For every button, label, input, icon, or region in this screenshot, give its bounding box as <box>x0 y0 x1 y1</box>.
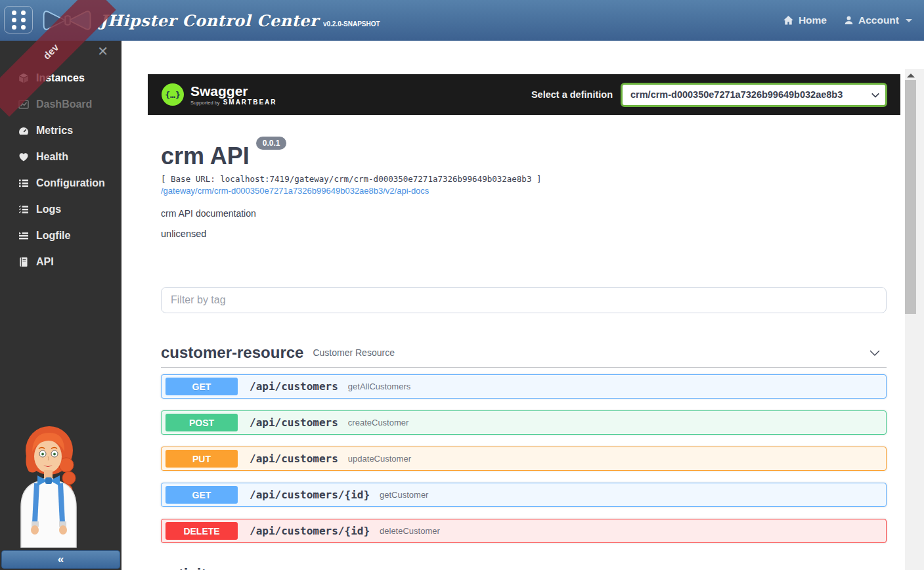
vertical-scrollbar <box>905 69 924 570</box>
svg-text:{…}: {…} <box>165 90 180 100</box>
cube-icon <box>18 73 30 83</box>
nav-home[interactable]: Home <box>783 14 827 26</box>
tag-section-customer-resource[interactable]: customer-resource Customer Resource <box>161 338 887 368</box>
api-license: unlicensed <box>161 229 206 239</box>
operation-get-all-customers[interactable]: GET /api/customers getAllCustomers <box>161 374 887 399</box>
sidebar-item-health[interactable]: Health <box>0 144 121 170</box>
sidebar: ✕ Instances DashBoard Metrics <box>0 41 121 570</box>
filter-by-tag-input[interactable] <box>161 287 887 313</box>
method-badge: DELETE <box>165 522 238 540</box>
operation-get-customer[interactable]: GET /api/customers/{id} getCustomer <box>161 483 887 507</box>
sidebar-item-dashboard: DashBoard <box>0 91 121 118</box>
jhipster-mascot <box>8 423 93 548</box>
swagger-topbar: {…} Swagger Supported by SMARTBEAR Selec… <box>148 74 900 115</box>
stream-icon <box>18 230 30 241</box>
caret-down-icon <box>906 19 912 22</box>
select-definition-label: Select a definition <box>531 89 613 100</box>
operation-delete-customer[interactable]: DELETE /api/customers/{id} deleteCustome… <box>161 519 887 543</box>
tag-description: Customer Resource <box>313 347 395 358</box>
operation-name: updateCustomer <box>348 454 411 464</box>
operation-create-customer[interactable]: POST /api/customers createCustomer <box>161 410 887 435</box>
operation-path: /api/customers <box>250 380 338 393</box>
brand: JHipster Control Center v0.2.0-SNAPSHOT <box>41 0 380 41</box>
smartbear-logo: SMARTBEAR <box>223 99 277 106</box>
operation-name: getCustomer <box>380 490 428 500</box>
operation-name: deleteCustomer <box>380 526 440 536</box>
sidebar-item-logs[interactable]: Logs <box>0 196 121 223</box>
list-icon <box>18 178 30 188</box>
sidebar-close-icon[interactable]: ✕ <box>97 45 108 58</box>
jhipster-bowtie-logo <box>41 5 95 35</box>
app-root: JHipster Control Center v0.2.0-SNAPSHOT … <box>0 0 924 570</box>
scrollbar-thumb[interactable] <box>905 80 916 314</box>
operation-path: /api/customers/{id} <box>250 525 370 537</box>
sidebar-item-logfile[interactable]: Logfile <box>0 223 121 249</box>
tasks-icon <box>18 204 30 215</box>
heart-icon <box>18 152 30 162</box>
method-badge: GET <box>165 378 238 395</box>
chart-line-icon <box>18 99 30 110</box>
operation-name: getAllCustomers <box>348 382 410 391</box>
tag-title: customer-resource <box>161 343 303 362</box>
grip-icon <box>12 11 26 30</box>
tachometer-icon <box>18 125 30 136</box>
sidebar-item-configuration[interactable]: Configuration <box>0 170 121 196</box>
app-title: JHipster Control Center <box>100 11 319 30</box>
nav-account-menu[interactable]: Account <box>844 14 912 26</box>
sidebar-collapse-button[interactable]: « <box>1 550 120 569</box>
operation-path: /api/customers <box>250 416 338 429</box>
collapse-chevrons-icon: « <box>58 553 64 566</box>
api-version-badge: 0.0.1 <box>256 137 287 150</box>
swagger-content: {…} Swagger Supported by SMARTBEAR Selec… <box>121 41 924 570</box>
scrollbar-up-arrow[interactable] <box>907 74 915 77</box>
operation-name: createCustomer <box>348 418 408 428</box>
method-badge: GET <box>165 486 238 504</box>
operation-update-customer[interactable]: PUT /api/customers updateCustomer <box>161 447 887 471</box>
top-navbar: JHipster Control Center v0.2.0-SNAPSHOT … <box>0 0 924 41</box>
user-icon <box>844 15 854 26</box>
tag-section-activity-resource[interactable]: activity-resource <box>161 565 287 570</box>
sidebar-item-instances[interactable]: Instances <box>0 65 121 91</box>
api-title: crm API <box>161 142 250 169</box>
method-badge: PUT <box>165 450 238 468</box>
api-base-url: [ Base URL: localhost:7419/gateway/crm/c… <box>161 174 887 184</box>
swagger-logo-icon: {…} <box>161 83 185 106</box>
sidebar-item-api[interactable]: API <box>0 249 121 275</box>
method-badge: POST <box>165 414 238 431</box>
swagger-logo: {…} Swagger Supported by SMARTBEAR <box>161 83 277 106</box>
app-version: v0.2.0-SNAPSHOT <box>323 20 380 28</box>
operation-path: /api/customers <box>250 452 338 465</box>
definition-select[interactable]: crm/crm-d000350e7271a7326b99649b032ae8b3 <box>621 83 887 107</box>
api-description: crm API documentation <box>161 208 256 219</box>
sidebar-menu: Instances DashBoard Metrics Health <box>0 65 121 275</box>
api-docs-link[interactable]: /gateway/crm/crm-d000350e7271a7326b99649… <box>161 186 429 196</box>
home-icon <box>783 15 794 26</box>
apps-grip-button[interactable] <box>4 6 33 33</box>
section-chevron-down-icon <box>868 346 881 359</box>
operation-path: /api/customers/{id} <box>250 489 370 501</box>
sidebar-item-metrics[interactable]: Metrics <box>0 118 121 144</box>
book-icon <box>18 257 30 267</box>
